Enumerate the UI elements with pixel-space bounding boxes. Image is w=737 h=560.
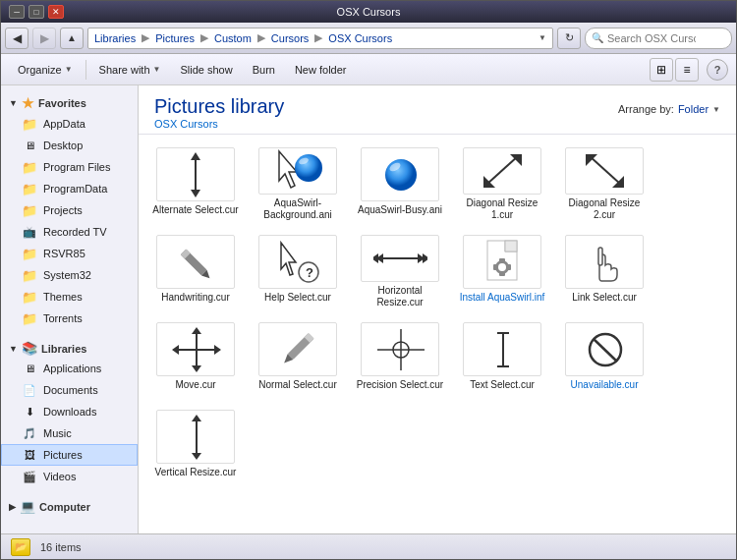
- address-input[interactable]: Libraries ▶ Pictures ▶ Custom ▶ Cursors …: [87, 28, 553, 49]
- libraries-label: Libraries: [41, 343, 86, 355]
- svg-rect-31: [499, 272, 505, 276]
- sidebar-item-videos[interactable]: 🎬 Videos: [1, 466, 138, 487]
- view-extra-button[interactable]: ⊞: [650, 58, 673, 82]
- libraries-expand-icon: ▼: [9, 344, 18, 354]
- videos-icon: 🎬: [22, 469, 37, 484]
- file-item-install[interactable]: Install AquaSwirl.inf: [453, 230, 551, 313]
- sidebar-item-pictures[interactable]: 🖼 Pictures: [1, 444, 138, 466]
- sidebar-item-system32[interactable]: 📁 System32: [1, 264, 138, 286]
- file-item-h-resize[interactable]: Horizontal Resize.cur: [351, 230, 449, 313]
- file-item-v-resize[interactable]: Vertical Resize.cur: [146, 405, 245, 488]
- window-title: OSX Cursors: [87, 6, 650, 18]
- file-item-move[interactable]: Move.cur: [146, 317, 245, 401]
- file-item-help-select[interactable]: ? Help Select.cur: [249, 230, 347, 313]
- music-icon: 🎵: [22, 425, 37, 441]
- back-button[interactable]: ◀: [5, 28, 28, 49]
- svg-point-29: [498, 263, 506, 271]
- share-label: Share with: [99, 64, 150, 76]
- slideshow-button[interactable]: Slide show: [171, 58, 241, 82]
- sidebar-item-applications[interactable]: 🖥 Applications: [1, 358, 138, 379]
- file-item-diag-resize-1[interactable]: Diagonal Resize 1.cur: [453, 142, 551, 226]
- docs-icon: 📄: [22, 382, 37, 398]
- search-icon: 🔍: [592, 32, 603, 43]
- refresh-button[interactable]: ↻: [557, 28, 581, 49]
- arrange-value[interactable]: Folder: [678, 103, 709, 115]
- downloads-icon: ⬇: [22, 404, 37, 420]
- computer-icon: 💻: [20, 499, 35, 514]
- new-folder-button[interactable]: New folder: [286, 58, 356, 82]
- libraries-header[interactable]: ▼ 📚 Libraries: [1, 339, 138, 358]
- svg-marker-2: [191, 190, 200, 197]
- breadcrumb-libraries[interactable]: Libraries: [94, 32, 136, 44]
- sidebar-item-appdata[interactable]: 📁 AppData: [1, 113, 138, 135]
- sidebar-item-program-files[interactable]: 📁 Program Files: [1, 156, 138, 178]
- file-name-v-resize: Vertical Resize.cur: [155, 467, 237, 478]
- status-count: 16 items: [40, 541, 82, 553]
- view-details-button[interactable]: ≡: [675, 58, 699, 82]
- sidebar-item-recorded-tv[interactable]: 📺 Recorded TV: [1, 221, 138, 243]
- svg-marker-37: [192, 327, 201, 334]
- sidebar-item-documents[interactable]: 📄 Documents: [1, 379, 138, 401]
- desktop-icon: 🖥: [22, 138, 37, 153]
- breadcrumb-cursors[interactable]: Cursors: [271, 32, 310, 44]
- sidebar-item-rsvr85[interactable]: 📁 RSVR85: [1, 243, 138, 264]
- file-item-text-select[interactable]: Text Select.cur: [453, 317, 551, 401]
- help-button[interactable]: ?: [707, 59, 728, 81]
- file-thumb-unavailable: [565, 322, 644, 376]
- sidebar-item-desktop[interactable]: 🖥 Desktop: [1, 135, 138, 156]
- slideshow-label: Slide show: [180, 64, 232, 76]
- file-thumb-aquaswirl-busy: [361, 147, 439, 201]
- sidebar-item-programdata[interactable]: 📁 ProgramData: [1, 178, 138, 199]
- sidebar: ▼ ★ Favorites 📁 AppData 🖥 Desktop 📁 Prog…: [1, 85, 139, 533]
- file-item-handwriting[interactable]: Handwriting.cur: [146, 230, 245, 313]
- minimize-button[interactable]: ─: [9, 5, 25, 19]
- maximize-button[interactable]: □: [28, 5, 44, 19]
- burn-button[interactable]: Burn: [244, 58, 284, 82]
- share-with-button[interactable]: Share with ▼: [90, 58, 170, 82]
- sidebar-item-projects[interactable]: 📁 Projects: [1, 199, 138, 221]
- file-thumb-diag-resize-2: [565, 147, 644, 195]
- library-subtitle[interactable]: OSX Cursors: [154, 118, 284, 130]
- folder-icon-pd: 📁: [22, 181, 37, 196]
- file-item-precision-select[interactable]: Precision Select.cur: [351, 317, 449, 401]
- file-name-precision-select: Precision Select.cur: [357, 379, 443, 391]
- arrange-label: Arrange by:: [618, 103, 674, 115]
- sidebar-item-music[interactable]: 🎵 Music: [1, 422, 138, 444]
- file-item-link-select[interactable]: Link Select.cur: [555, 230, 653, 313]
- organize-dropdown-icon: ▼: [65, 65, 73, 74]
- file-name-text-select: Text Select.cur: [470, 379, 535, 391]
- pictures-icon: 🖼: [22, 447, 37, 463]
- folder-icon-pf: 📁: [22, 159, 37, 175]
- breadcrumb-custom[interactable]: Custom: [214, 32, 252, 44]
- computer-header[interactable]: ▶ 💻 Computer: [1, 497, 138, 516]
- file-thumb-h-resize: [361, 235, 439, 282]
- organize-button[interactable]: Organize ▼: [9, 58, 82, 82]
- sidebar-item-torrents[interactable]: 📁 Torrents: [1, 308, 138, 329]
- favorites-section: ▼ ★ Favorites 📁 AppData 🖥 Desktop 📁 Prog…: [1, 93, 138, 329]
- folder-icon-appdata: 📁: [22, 116, 37, 132]
- file-item-alternate-select[interactable]: Alternate Select.cur: [146, 142, 245, 226]
- file-item-diag-resize-2[interactable]: Diagonal Resize 2.cur: [555, 142, 653, 226]
- computer-expand-icon: ▶: [9, 502, 16, 512]
- folder-icon-torrents: 📁: [22, 310, 37, 326]
- arrange-dropdown-icon[interactable]: ▼: [712, 105, 720, 114]
- favorites-header[interactable]: ▼ ★ Favorites: [1, 93, 138, 113]
- breadcrumb-osx-cursors[interactable]: OSX Cursors: [328, 32, 392, 44]
- up-button[interactable]: ▲: [60, 28, 84, 49]
- sidebar-item-downloads[interactable]: ⬇ Downloads: [1, 401, 138, 422]
- file-item-aquaswirl-bg[interactable]: AquaSwirl-Background.ani: [249, 142, 347, 226]
- breadcrumb-pictures[interactable]: Pictures: [155, 32, 195, 44]
- forward-button[interactable]: ▶: [32, 28, 56, 49]
- main-area: ▼ ★ Favorites 📁 AppData 🖥 Desktop 📁 Prog…: [1, 85, 736, 533]
- file-name-unavailable: Unavailable.cur: [571, 379, 639, 391]
- search-input[interactable]: [607, 32, 696, 44]
- search-box[interactable]: 🔍: [585, 28, 732, 49]
- svg-line-51: [594, 339, 617, 362]
- file-item-normal-select[interactable]: Normal Select.cur: [249, 317, 347, 401]
- sidebar-item-themes[interactable]: 📁 Themes: [1, 286, 138, 308]
- organize-label: Organize: [18, 64, 62, 76]
- file-name-diag-resize-2: Diagonal Resize 2.cur: [560, 197, 649, 221]
- file-item-aquaswirl-busy[interactable]: AquaSwirl-Busy.ani: [351, 142, 449, 226]
- close-button[interactable]: ✕: [48, 5, 64, 19]
- file-item-unavailable[interactable]: Unavailable.cur: [555, 317, 653, 401]
